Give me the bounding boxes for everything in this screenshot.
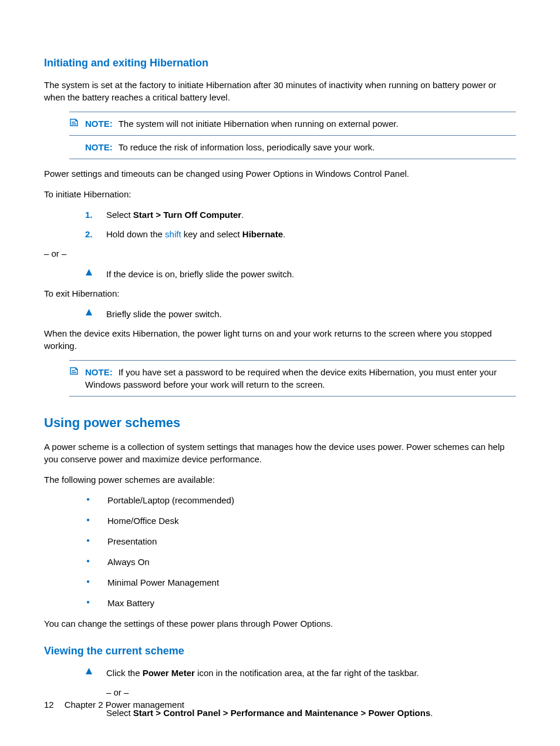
- bullet-icon: ●: [85, 576, 107, 587]
- bullet-text: Minimal Power Management: [107, 576, 219, 589]
- bullet-icon: ●: [85, 535, 107, 546]
- chapter-title: Chapter 2 Power management: [65, 700, 184, 710]
- paragraph: To initiate Hibernation:: [44, 188, 516, 200]
- list-number: 1.: [85, 209, 106, 221]
- bullet-text: Max Battery: [107, 597, 154, 609]
- bullet-list-item: ● Always On: [85, 556, 516, 568]
- bullet-icon: ●: [85, 556, 107, 566]
- bullet-text: Presentation: [107, 535, 157, 547]
- bullet-list-item: ● Portable/Laptop (recommended): [85, 494, 516, 506]
- heading-using-power-schemes: Using power schemes: [44, 414, 516, 432]
- paragraph: A power scheme is a collection of system…: [44, 441, 516, 465]
- note-block: NOTE:The system will not initiate Hibern…: [69, 112, 516, 159]
- list-number: 2.: [85, 228, 106, 240]
- or-separator: – or –: [106, 686, 516, 698]
- note-row: NOTE:If you have set a password to be re…: [69, 364, 516, 392]
- bullet-icon: ●: [85, 515, 107, 525]
- paragraph: When the device exits Hibernation, the p…: [44, 327, 516, 352]
- list-text: Select Start > Turn Off Computer.: [106, 209, 516, 221]
- triangle-list-item: Briefly slide the power switch.: [85, 308, 516, 320]
- ordered-list-item: 2. Hold down the shift key and select Hi…: [85, 228, 516, 240]
- paragraph: Power settings and timeouts can be chang…: [44, 167, 516, 180]
- note-text: NOTE:The system will not initiate Hibern…: [85, 117, 516, 130]
- bullet-list-item: ● Max Battery: [85, 597, 516, 609]
- note-row: NOTE:To reduce the risk of information l…: [69, 139, 516, 155]
- bullet-icon: ●: [85, 597, 107, 607]
- bullet-list-item: ● Presentation: [85, 535, 516, 547]
- bullet-list-item: ● Home/Office Desk: [85, 515, 516, 527]
- note-block: NOTE:If you have set a password to be re…: [69, 360, 516, 396]
- bullet-text: Home/Office Desk: [107, 515, 178, 527]
- paragraph: To exit Hibernation:: [44, 287, 516, 300]
- note-icon: [69, 117, 80, 127]
- list-text: Click the Power Meter icon in the notifi…: [106, 667, 419, 679]
- note-text: NOTE:If you have set a password to be re…: [85, 366, 516, 391]
- bullet-icon: ●: [85, 494, 107, 505]
- bullet-text: Portable/Laptop (recommended): [107, 494, 234, 506]
- triangle-icon: [85, 268, 106, 276]
- paragraph: You can change the settings of these pow…: [44, 617, 516, 630]
- document-page: Initiating and exiting Hibernation The s…: [0, 0, 560, 746]
- or-separator: – or –: [44, 247, 516, 260]
- page-number: 12: [44, 700, 54, 710]
- list-text: Briefly slide the power switch.: [106, 308, 222, 320]
- heading-initiating-hibernation: Initiating and exiting Hibernation: [44, 56, 516, 70]
- bullet-list-item: ● Minimal Power Management: [85, 576, 516, 589]
- note-row: NOTE:The system will not initiate Hibern…: [69, 116, 516, 132]
- page-footer: 12Chapter 2 Power management: [44, 698, 184, 711]
- triangle-icon: [85, 667, 106, 675]
- triangle-list-item: Click the Power Meter icon in the notifi…: [85, 667, 516, 679]
- note-text: NOTE:To reduce the risk of information l…: [85, 141, 516, 153]
- triangle-list-item: If the device is on, briefly slide the p…: [85, 268, 516, 280]
- note-icon: [69, 366, 80, 375]
- bullet-text: Always On: [107, 556, 150, 568]
- list-text: If the device is on, briefly slide the p…: [106, 268, 294, 280]
- list-text: Hold down the shift key and select Hiber…: [106, 228, 516, 240]
- note-divider: [69, 135, 516, 136]
- heading-viewing-scheme: Viewing the current scheme: [44, 644, 516, 658]
- paragraph: The following power schemes are availabl…: [44, 473, 516, 486]
- ordered-list-item: 1. Select Start > Turn Off Computer.: [85, 209, 516, 221]
- triangle-icon: [85, 308, 106, 316]
- paragraph: The system is set at the factory to init…: [44, 79, 516, 103]
